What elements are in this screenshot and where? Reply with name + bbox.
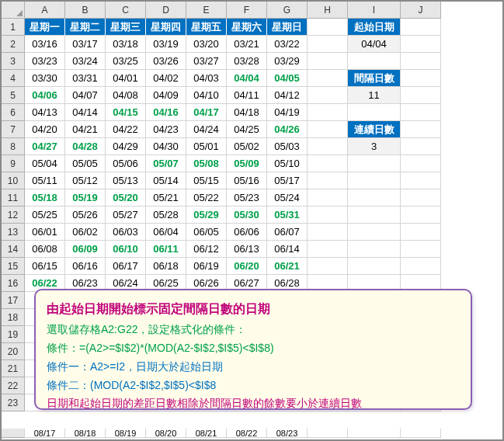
date-cell[interactable]: 05/01 bbox=[186, 138, 227, 155]
cell[interactable] bbox=[401, 70, 441, 87]
date-cell[interactable]: 05/02 bbox=[227, 138, 267, 155]
row-header[interactable]: 20 bbox=[2, 343, 25, 360]
date-cell[interactable]: 05/07 bbox=[146, 155, 186, 172]
date-cell[interactable]: 04/21 bbox=[65, 121, 106, 138]
date-cell[interactable]: 05/08 bbox=[186, 155, 227, 172]
date-cell[interactable]: 03/20 bbox=[186, 36, 227, 53]
consec-value[interactable]: 3 bbox=[348, 138, 401, 155]
date-cell[interactable]: 04/16 bbox=[146, 104, 186, 121]
date-cell[interactable]: 05/19 bbox=[65, 189, 106, 207]
date-cell[interactable]: 04/07 bbox=[65, 87, 106, 104]
date-cell[interactable]: 03/26 bbox=[146, 53, 186, 70]
date-cell[interactable]: 05/18 bbox=[25, 189, 65, 207]
date-cell[interactable]: 06/19 bbox=[186, 258, 227, 275]
date-cell[interactable]: 03/31 bbox=[65, 70, 106, 87]
col-header[interactable]: A bbox=[25, 2, 65, 19]
date-cell[interactable]: 04/01 bbox=[106, 70, 146, 87]
date-cell[interactable]: 03/19 bbox=[146, 36, 186, 53]
date-cell[interactable]: 05/30 bbox=[227, 207, 267, 224]
row-header[interactable]: 19 bbox=[2, 326, 25, 343]
date-cell[interactable]: 05/22 bbox=[186, 189, 227, 207]
date-cell[interactable]: 05/10 bbox=[267, 155, 308, 172]
cell[interactable] bbox=[401, 172, 441, 189]
cell[interactable] bbox=[348, 241, 401, 258]
date-cell[interactable]: 04/02 bbox=[146, 70, 186, 87]
row-header[interactable]: 10 bbox=[2, 172, 25, 189]
date-cell[interactable]: 04/13 bbox=[25, 104, 65, 121]
row-header[interactable]: 1 bbox=[2, 19, 25, 36]
date-cell[interactable]: 05/26 bbox=[65, 207, 106, 224]
date-cell[interactable]: 04/09 bbox=[146, 87, 186, 104]
date-cell[interactable]: 03/28 bbox=[227, 53, 267, 70]
weekday-header[interactable]: 星期二 bbox=[65, 19, 106, 36]
date-cell[interactable]: 06/07 bbox=[267, 224, 308, 241]
interval-label[interactable]: 間隔日數 bbox=[348, 70, 401, 87]
date-cell[interactable]: 05/04 bbox=[25, 155, 65, 172]
date-cell[interactable]: 06/17 bbox=[106, 258, 146, 275]
cell[interactable] bbox=[401, 53, 441, 70]
date-cell[interactable]: 05/16 bbox=[227, 172, 267, 189]
date-cell[interactable]: 05/11 bbox=[25, 172, 65, 189]
cell[interactable] bbox=[308, 104, 348, 121]
date-cell[interactable]: 04/24 bbox=[186, 121, 227, 138]
date-cell[interactable]: 03/27 bbox=[186, 53, 227, 70]
date-cell[interactable]: 03/25 bbox=[106, 53, 146, 70]
date-cell[interactable]: 04/30 bbox=[146, 138, 186, 155]
date-cell[interactable]: 04/25 bbox=[227, 121, 267, 138]
cell[interactable] bbox=[401, 207, 441, 224]
date-cell[interactable]: 06/21 bbox=[267, 258, 308, 275]
row-header[interactable]: 12 bbox=[2, 207, 25, 224]
date-cell[interactable]: 03/21 bbox=[227, 36, 267, 53]
cell[interactable] bbox=[348, 224, 401, 241]
cell[interactable] bbox=[401, 189, 441, 207]
date-cell[interactable]: 05/17 bbox=[267, 172, 308, 189]
row-header[interactable]: 3 bbox=[2, 53, 25, 70]
cell[interactable] bbox=[348, 172, 401, 189]
cell[interactable] bbox=[308, 19, 348, 36]
cell[interactable] bbox=[401, 121, 441, 138]
cell[interactable] bbox=[348, 258, 401, 275]
cell[interactable] bbox=[401, 104, 441, 121]
date-cell[interactable]: 03/30 bbox=[25, 70, 65, 87]
date-cell[interactable]: 06/18 bbox=[146, 258, 186, 275]
date-cell[interactable]: 03/22 bbox=[267, 36, 308, 53]
cell[interactable] bbox=[401, 241, 441, 258]
date-cell[interactable]: 03/23 bbox=[25, 53, 65, 70]
date-cell[interactable]: 03/24 bbox=[65, 53, 106, 70]
date-cell[interactable]: 06/09 bbox=[65, 241, 106, 258]
cell[interactable] bbox=[348, 155, 401, 172]
row-header[interactable]: 22 bbox=[2, 377, 25, 394]
date-cell[interactable]: 05/14 bbox=[146, 172, 186, 189]
date-cell[interactable]: 04/22 bbox=[106, 121, 146, 138]
cell[interactable] bbox=[401, 224, 441, 241]
col-header[interactable]: I bbox=[348, 2, 401, 19]
date-cell[interactable]: 05/13 bbox=[106, 172, 146, 189]
date-cell[interactable]: 04/17 bbox=[186, 104, 227, 121]
row-header[interactable]: 18 bbox=[2, 309, 25, 326]
date-cell[interactable]: 06/05 bbox=[186, 224, 227, 241]
cell[interactable] bbox=[308, 36, 348, 53]
row-header[interactable]: 8 bbox=[2, 138, 25, 155]
row-header[interactable]: 5 bbox=[2, 87, 25, 104]
col-header[interactable]: D bbox=[146, 2, 186, 19]
weekday-header[interactable]: 星期五 bbox=[186, 19, 227, 36]
date-cell[interactable]: 05/05 bbox=[65, 155, 106, 172]
date-cell[interactable]: 06/04 bbox=[146, 224, 186, 241]
row-header[interactable]: 4 bbox=[2, 70, 25, 87]
col-header[interactable]: J bbox=[401, 2, 441, 19]
cell[interactable] bbox=[308, 172, 348, 189]
cell[interactable] bbox=[308, 155, 348, 172]
date-cell[interactable]: 06/08 bbox=[25, 241, 65, 258]
cell[interactable] bbox=[348, 53, 401, 70]
cell[interactable] bbox=[308, 53, 348, 70]
date-cell[interactable]: 03/29 bbox=[267, 53, 308, 70]
weekday-header[interactable]: 星期日 bbox=[267, 19, 308, 36]
date-cell[interactable]: 06/12 bbox=[186, 241, 227, 258]
date-cell[interactable]: 05/15 bbox=[186, 172, 227, 189]
date-cell[interactable]: 04/15 bbox=[106, 104, 146, 121]
start-date-value[interactable]: 04/04 bbox=[348, 36, 401, 53]
cell[interactable] bbox=[401, 155, 441, 172]
date-cell[interactable]: 06/11 bbox=[146, 241, 186, 258]
date-cell[interactable]: 03/18 bbox=[106, 36, 146, 53]
date-cell[interactable]: 05/31 bbox=[267, 207, 308, 224]
